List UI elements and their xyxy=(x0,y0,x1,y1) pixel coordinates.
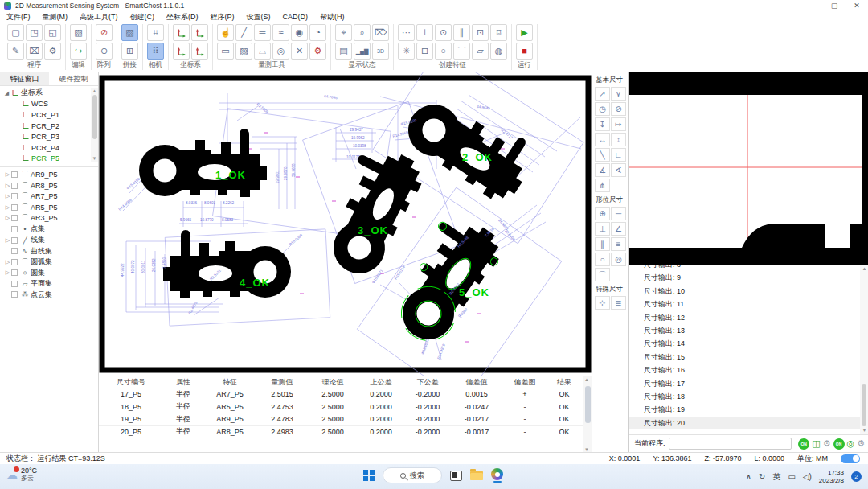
cad-viewport[interactable]: 64.764644.964539.968829.987019.9801R2.50… xyxy=(99,72,592,376)
pick-tool[interactable]: ☝ xyxy=(217,24,234,41)
measure-ring[interactable]: ◔ xyxy=(309,24,326,41)
expander-icon[interactable]: ▷ xyxy=(4,171,11,178)
tree-item-点集[interactable]: •点集 xyxy=(0,224,98,235)
smartghost-app-button[interactable] xyxy=(491,468,503,483)
output-item[interactable]: 尺寸输出: 13 xyxy=(629,324,868,337)
expander-icon[interactable]: ▷ xyxy=(4,183,11,189)
dim-tangent-distance-2[interactable]: ↦ xyxy=(611,117,626,131)
tree-item-坐标系[interactable]: ◢坐标系 xyxy=(0,88,98,99)
measure-frame[interactable]: ◎ xyxy=(272,43,289,60)
tree-item-AR5_P5[interactable]: ▷⌒AR5_P5 xyxy=(0,202,98,213)
tree-item-平面集[interactable]: ▱平面集 xyxy=(0,278,98,290)
touch-keyboard-icon[interactable]: ▭ xyxy=(788,472,795,481)
taskbar-search[interactable]: 搜索 xyxy=(383,467,442,483)
save-program[interactable]: ◱ xyxy=(44,24,61,41)
measure-hatch[interactable]: ▨ xyxy=(235,43,252,60)
gdt-angularity[interactable]: ∠ xyxy=(611,222,626,236)
expander-icon[interactable]: ▷ xyxy=(4,269,11,276)
dim-line-length[interactable]: ╲ xyxy=(595,148,610,162)
gdt-profile[interactable]: ⌒ xyxy=(595,268,610,281)
stop-program[interactable]: ■ xyxy=(516,43,533,60)
array-clear[interactable]: ⊖ xyxy=(96,43,113,60)
step-run[interactable]: ↪ xyxy=(70,43,87,60)
show-3d[interactable]: 3D xyxy=(372,43,389,60)
sidebar-tab-硬件控制[interactable]: 硬件控制 xyxy=(49,72,98,85)
current-program-input[interactable] xyxy=(669,438,792,450)
display-output-icon[interactable]: ◫ xyxy=(812,439,820,448)
output-item[interactable]: 尺寸输出: 14 xyxy=(629,337,868,350)
tree-item-PCR_P4[interactable]: PCR_P4 xyxy=(0,142,98,154)
menu-item-t[interactable]: 高级工具(T) xyxy=(80,12,118,23)
create-burst-point[interactable]: ✳ xyxy=(398,43,415,60)
dim-width[interactable]: ↔ xyxy=(595,133,610,146)
open-program[interactable]: ◳ xyxy=(26,24,43,41)
menu-item-s[interactable]: 设置(S) xyxy=(247,12,271,23)
menu-item-cadd[interactable]: CAD(D) xyxy=(283,13,309,21)
create-box-point[interactable]: ⊡ xyxy=(472,24,489,41)
create-arc[interactable]: ⌒ xyxy=(453,43,470,60)
show-dimensions[interactable]: ⌖ xyxy=(335,24,352,41)
visibility-checkbox[interactable] xyxy=(11,237,18,244)
gdt-roundness[interactable]: ○ xyxy=(595,253,610,266)
dim-line-angle[interactable]: ∟ xyxy=(611,148,626,162)
dim-angle-3line[interactable]: ∢ xyxy=(611,163,626,177)
tree-item-线集[interactable]: ▷╱线集 xyxy=(0,235,98,246)
gdt-straightness[interactable]: ─ xyxy=(611,207,626,220)
expander-icon[interactable]: ◢ xyxy=(3,90,10,97)
table-scrollbar[interactable]: ▲ ▼ xyxy=(583,376,592,453)
output-scrollbar[interactable]: ▲ ▼ xyxy=(860,265,868,434)
create-plane[interactable]: ▱ xyxy=(472,43,489,60)
tree-item-点云集[interactable]: ⁂点云集 xyxy=(0,290,98,301)
start-button[interactable] xyxy=(363,470,375,481)
show-image[interactable]: ▤ xyxy=(335,43,352,60)
stitch-image[interactable]: ▨ xyxy=(121,24,138,41)
visibility-checkbox[interactable] xyxy=(11,193,18,199)
menu-item-d[interactable]: 坐标系(D) xyxy=(166,12,199,23)
dim-point-angle[interactable]: ⋎ xyxy=(611,87,626,101)
notification-badge[interactable]: 2 xyxy=(851,471,862,482)
coord-rotate[interactable] xyxy=(191,24,208,41)
tree-item-曲线集[interactable]: ∿曲线集 xyxy=(0,245,98,257)
close-button[interactable]: ✕ xyxy=(845,0,868,11)
dim-diameter[interactable]: ⊘ xyxy=(611,102,626,116)
visibility-checkbox[interactable] xyxy=(11,248,18,254)
visibility-checkbox[interactable] xyxy=(11,281,18,287)
expander-icon[interactable]: ▷ xyxy=(4,193,11,199)
array-disable[interactable]: ⊘ xyxy=(96,24,113,41)
measure-circle[interactable]: ◉ xyxy=(291,24,308,41)
output-item[interactable]: 尺寸输出: 20 xyxy=(629,417,868,429)
gdt-concentricity[interactable]: ◎ xyxy=(611,253,626,266)
image-adjust[interactable]: ▧ xyxy=(70,24,87,41)
special-list[interactable]: ≣ xyxy=(611,296,626,310)
output-item[interactable]: 尺寸输出: 18 xyxy=(629,390,868,403)
table-row[interactable]: 18_P5半径AR5_P52.47532.50000.2000-0.2000-0… xyxy=(99,401,592,414)
tree-item-PCR_P2[interactable]: PCR_P2 xyxy=(0,121,98,132)
sidebar-tab-特征窗口[interactable]: 特征窗口 xyxy=(0,72,49,85)
expander-icon[interactable]: ▷ xyxy=(4,259,11,265)
maximize-button[interactable]: ▢ xyxy=(823,0,845,11)
expander-icon[interactable]: ▷ xyxy=(4,237,11,244)
light-toggle-on[interactable]: ON xyxy=(798,438,809,450)
camera-grid[interactable]: ⠿ xyxy=(147,43,164,60)
output-item[interactable]: 尺寸输出: 17 xyxy=(629,377,868,390)
gdt-symmetry[interactable]: ≡ xyxy=(611,237,626,251)
scroll-down-icon[interactable]: ▼ xyxy=(861,427,868,434)
visibility-checkbox[interactable] xyxy=(11,204,18,211)
output-item[interactable]: 尺寸输出: 15 xyxy=(629,351,868,364)
display-settings-gear-icon[interactable]: ⚙ xyxy=(823,439,831,448)
tree-item-圆集[interactable]: ▷○圆集 xyxy=(0,268,98,279)
select-region[interactable]: ⌧ xyxy=(26,43,43,60)
tree-item-AR3_P5[interactable]: ▷⌒AR3_P5 xyxy=(0,213,98,224)
tree-item-PCR_P1[interactable]: PCR_P1 xyxy=(0,109,98,121)
measure-gear[interactable]: ⚙ xyxy=(309,43,326,60)
gdt-position[interactable]: ⊕ xyxy=(595,207,610,220)
ime-indicator[interactable]: 英 xyxy=(772,471,780,483)
capture-program-icon[interactable]: ◎ xyxy=(847,439,855,448)
menu-item-h[interactable]: 帮助(H) xyxy=(320,12,345,23)
create-point-cloud[interactable]: ◍ xyxy=(490,43,507,60)
table-row[interactable]: 20_P5半径AR8_P52.49832.50000.2000-0.2000-0… xyxy=(99,426,592,439)
create-circle[interactable]: ○ xyxy=(435,43,452,60)
visibility-checkbox[interactable] xyxy=(11,226,18,232)
unit-toggle[interactable] xyxy=(841,454,860,463)
taskbar-clock[interactable]: 17:33 2023/2/8 xyxy=(819,469,844,484)
